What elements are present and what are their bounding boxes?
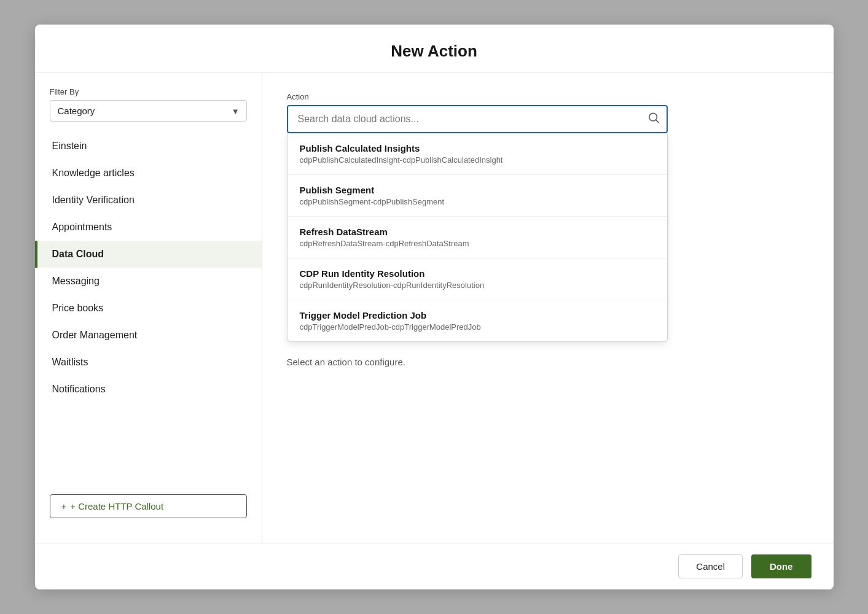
search-icon bbox=[648, 112, 659, 126]
search-wrapper bbox=[287, 105, 668, 133]
sidebar-item-data-cloud[interactable]: Data Cloud bbox=[35, 241, 262, 268]
dropdown-item-cdp-run-identity-resolution[interactable]: CDP Run Identity Resolution cdpRunIdenti… bbox=[287, 258, 667, 300]
modal-title: New Action bbox=[35, 42, 834, 61]
sidebar-item-identity-verification[interactable]: Identity Verification bbox=[35, 187, 262, 214]
dropdown-item-title: CDP Run Identity Resolution bbox=[300, 268, 655, 279]
sidebar-item-einstein[interactable]: Einstein bbox=[35, 133, 262, 160]
sidebar-item-order-management[interactable]: Order Management bbox=[35, 322, 262, 349]
modal: New Action Filter By Category ▼ Einstein… bbox=[35, 25, 834, 589]
dropdown-item-refresh-datastream[interactable]: Refresh DataStream cdpRefreshDataStream-… bbox=[287, 217, 667, 258]
category-select[interactable]: Category bbox=[50, 100, 247, 122]
dropdown-list: Publish Calculated Insights cdpPublishCa… bbox=[287, 133, 668, 342]
sidebar-items: Einstein Knowledge articles Identity Ver… bbox=[35, 133, 262, 484]
sidebar-item-waitlists[interactable]: Waitlists bbox=[35, 349, 262, 376]
dropdown-item-subtitle: cdpRunIdentityResolution-cdpRunIdentityR… bbox=[300, 281, 655, 290]
sidebar-item-messaging[interactable]: Messaging bbox=[35, 268, 262, 295]
dropdown-item-title: Refresh DataStream bbox=[300, 227, 655, 237]
create-callout-label: + Create HTTP Callout bbox=[70, 501, 163, 511]
dropdown-item-subtitle: cdpPublishCalculatedInsight-cdpPublishCa… bbox=[300, 155, 655, 165]
done-button[interactable]: Done bbox=[751, 554, 811, 578]
create-http-callout-button[interactable]: + + Create HTTP Callout bbox=[50, 494, 247, 518]
sidebar-item-price-books[interactable]: Price books bbox=[35, 295, 262, 322]
dropdown-item-subtitle: cdpTriggerModelPredJob-cdpTriggerModelPr… bbox=[300, 322, 655, 332]
modal-body: Filter By Category ▼ Einstein Knowledge … bbox=[35, 72, 834, 543]
sidebar-footer: + + Create HTTP Callout bbox=[35, 484, 262, 528]
action-label: Action bbox=[287, 92, 809, 101]
sidebar: Filter By Category ▼ Einstein Knowledge … bbox=[35, 72, 262, 543]
filter-dropdown-wrapper[interactable]: Category ▼ bbox=[50, 100, 247, 122]
dropdown-item-title: Publish Segment bbox=[300, 185, 655, 195]
sidebar-item-appointments[interactable]: Appointments bbox=[35, 214, 262, 241]
svg-line-1 bbox=[655, 120, 658, 122]
dropdown-item-subtitle: cdpRefreshDataStream-cdpRefreshDataStrea… bbox=[300, 239, 655, 248]
main-content: Action Publish Calculated Insights cdpPu… bbox=[262, 72, 834, 543]
modal-overlay: New Action Filter By Category ▼ Einstein… bbox=[0, 0, 868, 614]
dropdown-item-title: Trigger Model Prediction Job bbox=[300, 310, 655, 321]
modal-header: New Action bbox=[35, 25, 834, 72]
dropdown-item-publish-calculated-insights[interactable]: Publish Calculated Insights cdpPublishCa… bbox=[287, 133, 667, 175]
sidebar-item-notifications[interactable]: Notifications bbox=[35, 376, 262, 403]
filter-by-label: Filter By bbox=[35, 87, 262, 100]
dropdown-item-publish-segment[interactable]: Publish Segment cdpPublishSegment-cdpPub… bbox=[287, 175, 667, 217]
configure-hint: Select an action to configure. bbox=[287, 357, 809, 367]
dropdown-item-title: Publish Calculated Insights bbox=[300, 143, 655, 154]
search-input[interactable] bbox=[287, 105, 668, 133]
sidebar-item-knowledge-articles[interactable]: Knowledge articles bbox=[35, 160, 262, 187]
dropdown-item-subtitle: cdpPublishSegment-cdpPublishSegment bbox=[300, 197, 655, 206]
plus-icon: + bbox=[61, 501, 67, 511]
cancel-button[interactable]: Cancel bbox=[678, 554, 743, 578]
modal-footer: Cancel Done bbox=[35, 543, 834, 589]
dropdown-item-trigger-model-prediction-job[interactable]: Trigger Model Prediction Job cdpTriggerM… bbox=[287, 300, 667, 341]
